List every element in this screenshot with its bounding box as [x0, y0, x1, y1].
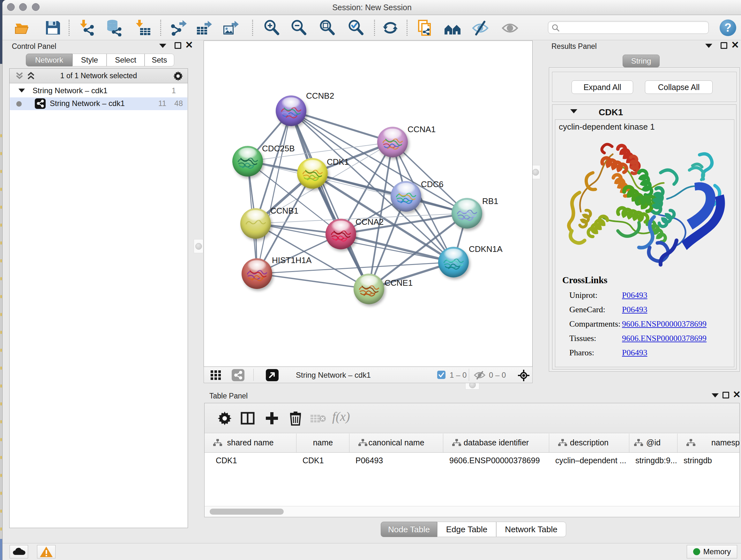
hide-selected-icon[interactable] [472, 19, 489, 37]
column-header-namespace[interactable]: namespace [678, 434, 739, 453]
network-node-CDKN1A[interactable]: CDKN1A [438, 247, 469, 277]
export-image-icon[interactable] [222, 19, 239, 37]
search-icon [551, 23, 560, 33]
apply-layout-icon[interactable] [382, 19, 399, 37]
column-header-description[interactable]: description [549, 434, 629, 453]
tab-network[interactable]: Network [26, 54, 72, 66]
open-in-browser-icon[interactable] [266, 369, 279, 381]
cell-namespace[interactable]: stringdb [684, 453, 739, 468]
network-collection-row[interactable]: String Network – cdk1 1 [10, 84, 187, 98]
search-input[interactable] [562, 22, 703, 33]
results-section-header[interactable]: CDK1 [552, 105, 736, 119]
network-node-CCNA2[interactable]: CCNA2 [326, 219, 356, 249]
control-panel-menu-icon[interactable] [159, 44, 166, 48]
add-column-icon[interactable] [265, 411, 279, 426]
cell-canonical-name[interactable]: P06493 [355, 453, 443, 468]
collection-label: String Network – cdk1 [32, 86, 108, 95]
network-node-RB1[interactable]: RB1 [452, 198, 482, 229]
column-header-canonical-name[interactable]: canonical name [350, 434, 443, 453]
fit-content-icon[interactable] [517, 369, 530, 382]
cell-description[interactable]: cyclin–dependent ... [555, 453, 629, 468]
show-all-icon[interactable] [501, 19, 519, 37]
search-field[interactable] [548, 21, 709, 34]
table-panel: Table Panel ✕ f(x) shared namenamecanoni… [204, 390, 740, 540]
export-network-icon[interactable] [170, 19, 187, 37]
table-panel-close-icon[interactable]: ✕ [733, 391, 741, 398]
help-button[interactable]: ? [720, 19, 736, 36]
tab-style[interactable]: Style [72, 54, 107, 66]
delete-column-icon[interactable] [288, 411, 303, 426]
column-header-shared-name[interactable]: shared name [205, 434, 296, 453]
network-node-HIST1H1A[interactable]: HIST1H1A [242, 258, 272, 289]
clone-network-icon[interactable] [417, 19, 434, 37]
import-network-database-icon[interactable] [105, 19, 123, 37]
network-node-CCNB2[interactable]: CCNB2 [276, 96, 307, 126]
left-splitter-handle[interactable] [194, 239, 203, 253]
network-options-gear-icon[interactable] [173, 71, 183, 81]
column-header-@id[interactable]: @id [630, 434, 677, 453]
first-neighbors-icon[interactable] [444, 19, 461, 37]
memory-button[interactable]: Memory [687, 545, 737, 558]
results-panel-float-icon[interactable] [721, 42, 727, 49]
function-builder-icon[interactable]: f(x) [332, 409, 361, 425]
network-node-CCNB1[interactable]: CCNB1 [240, 208, 271, 239]
crosslink-link[interactable]: P06493 [622, 305, 647, 319]
delete-table-icon[interactable] [310, 414, 327, 424]
title-bar: Session: New Session [3, 0, 741, 15]
tab-sets[interactable]: Sets [145, 54, 174, 66]
network-node-CDC6[interactable]: CDC6 [391, 181, 421, 212]
warning-button[interactable] [37, 545, 56, 558]
network-node-CCNA1[interactable]: CCNA1 [377, 127, 408, 158]
network-edge-count: 48 [174, 99, 183, 108]
tab-node-table[interactable]: Node Table [381, 522, 437, 537]
table-panel-float-icon[interactable] [723, 392, 729, 398]
collection-expand-icon[interactable] [18, 89, 25, 92]
crosslink-link[interactable]: P06493 [622, 291, 647, 305]
cell-@id[interactable]: stringdb:9... [635, 453, 677, 468]
network-canvas[interactable]: CCNB2CCNA1CDC25BCDK1CDC6RB1CCNB1CCNA2CDK… [204, 41, 533, 367]
crosslink-link[interactable]: P06493 [622, 348, 647, 362]
crosslink-link[interactable]: 9606.ENSP00000378699 [622, 334, 706, 348]
network-node-CDC25B[interactable]: CDC25B [232, 146, 263, 177]
zoom-in-icon[interactable] [263, 19, 280, 37]
control-panel-float-icon[interactable] [175, 42, 181, 49]
export-table-icon[interactable] [196, 19, 213, 37]
cell-shared-name[interactable]: CDK1 [216, 453, 301, 468]
collapse-all-button[interactable]: Collapse All [645, 80, 713, 94]
import-table-file-icon[interactable] [134, 19, 151, 37]
scrollbar-thumb[interactable] [210, 509, 284, 515]
network-row-selected[interactable]: String Network – cdk1 11 48 [10, 98, 187, 110]
cell-database-identifier[interactable]: 9606.ENSP00000378699 [449, 453, 549, 468]
expand-all-button[interactable]: Expand All [571, 80, 633, 94]
network-node-CDK1[interactable]: CDK1 [297, 158, 328, 189]
control-panel-close-icon[interactable]: ✕ [185, 42, 193, 49]
column-header-database-identifier[interactable]: database identifier [444, 434, 549, 453]
results-panel-close-icon[interactable]: ✕ [731, 42, 739, 49]
network-share-icon[interactable] [232, 369, 245, 381]
selected-checkbox-icon[interactable] [437, 371, 446, 379]
section-collapse-icon[interactable] [570, 109, 577, 113]
zoom-selected-icon[interactable] [347, 19, 364, 37]
table-options-gear-icon[interactable] [217, 411, 232, 426]
cell-name[interactable]: CDK1 [302, 453, 349, 468]
crosslink-link[interactable]: 9606.ENSP00000378699 [622, 319, 706, 334]
zoom-out-icon[interactable] [290, 19, 307, 37]
save-session-icon[interactable] [44, 19, 61, 37]
network-node-CCNE1[interactable]: CCNE1 [354, 273, 384, 304]
tab-edge-table[interactable]: Edge Table [437, 522, 496, 537]
tab-network-table[interactable]: Network Table [496, 522, 566, 537]
crosslink-label: Tissues: [562, 334, 622, 348]
table-horizontal-scrollbar[interactable] [205, 506, 739, 517]
results-panel-menu-icon[interactable] [705, 44, 712, 48]
birds-eye-view-icon[interactable] [210, 370, 221, 380]
open-file-icon[interactable] [14, 19, 31, 37]
crosslink-row: Tissues:9606.ENSP00000378699 [562, 334, 706, 348]
import-network-file-icon[interactable] [78, 19, 96, 37]
cloud-button[interactable] [10, 545, 28, 558]
column-header-name[interactable]: name [297, 434, 349, 453]
split-view-icon[interactable] [240, 411, 255, 426]
tab-select[interactable]: Select [107, 54, 145, 66]
tab-string[interactable]: String [623, 55, 660, 67]
table-panel-menu-icon[interactable] [712, 393, 719, 397]
zoom-fit-icon[interactable] [319, 19, 336, 37]
